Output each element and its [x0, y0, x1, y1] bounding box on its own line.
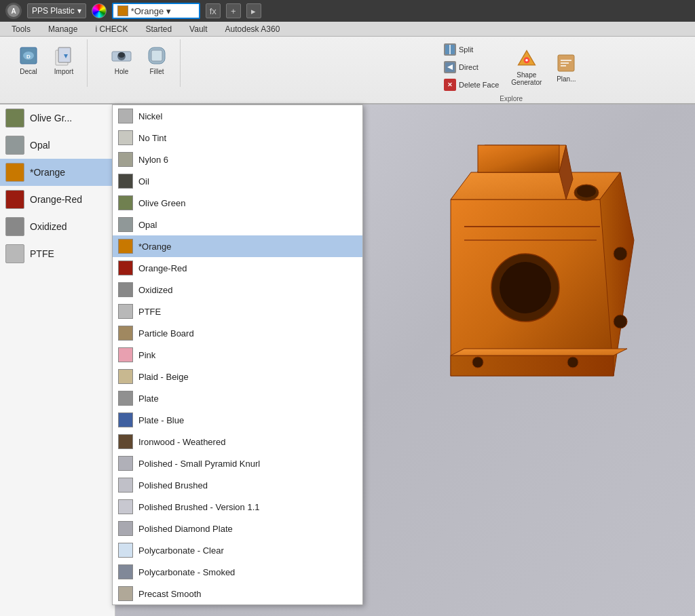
dropdown-swatch-18 — [118, 499, 133, 514]
dropdown-label-17: Polished Brushed — [138, 480, 208, 490]
left-panel-item-0[interactable]: Olive Gr... — [0, 104, 115, 132]
orange-dropdown-area: *Orange ▾ — [112, 3, 200, 19]
dropdown-item-15[interactable]: Ironwood - Weathered — [113, 431, 362, 453]
delete-face-button[interactable]: ✕ Delete Face — [441, 77, 502, 92]
delete-face-label: Delete Face — [459, 81, 499, 89]
dropdown-item-10[interactable]: Particle Board — [113, 322, 362, 344]
tab-icheck[interactable]: i CHECK — [86, 22, 136, 36]
dropdown-item-8[interactable]: Oxidized — [113, 279, 362, 301]
dropdown-item-6[interactable]: *Orange — [113, 235, 362, 257]
dropdown-item-21[interactable]: Polycarbonate - Smoked — [113, 561, 362, 583]
ribbon-tabs: Tools Manage i CHECK Started Vault Autod… — [0, 22, 695, 37]
dropdown-label-19: Polished Diamond Plate — [138, 524, 233, 534]
left-panel-item-5[interactable]: PTFE — [0, 240, 115, 267]
svg-point-34 — [577, 185, 596, 197]
tab-tools[interactable]: Tools — [3, 22, 39, 36]
hole-icon — [111, 45, 132, 66]
left-panel-swatch-3 — [5, 190, 24, 209]
tab-vault[interactable]: Vault — [181, 22, 216, 36]
dropdown-swatch-14 — [118, 412, 133, 427]
left-panel-item-1[interactable]: Opal — [0, 132, 115, 159]
svg-text:A: A — [11, 7, 16, 15]
left-panel-item-3[interactable]: Orange-Red — [0, 186, 115, 213]
direct-icon — [444, 61, 456, 73]
tab-manage[interactable]: Manage — [39, 22, 86, 36]
modify-buttons: Hole Fillet — [107, 42, 172, 78]
dropdown-swatch-20 — [118, 543, 133, 558]
dropdown-swatch-6 — [118, 239, 133, 254]
orange-label: *Orange — [131, 6, 164, 16]
tab-a360[interactable]: Autodesk A360 — [217, 22, 289, 36]
left-panel-swatch-2 — [5, 163, 24, 182]
plan-button[interactable]: Plan... — [551, 50, 581, 85]
dropdown-label-16: Polished - Small Pyramid Knurl — [138, 459, 260, 469]
hole-button[interactable]: Hole — [107, 42, 136, 78]
dropdown-label-3: Oil — [138, 176, 149, 187]
decal-button[interactable]: D Decal — [14, 42, 43, 78]
svg-point-43 — [472, 357, 483, 368]
shape-generator-button[interactable]: ShapeGenerator — [507, 45, 546, 89]
dropdown-item-14[interactable]: Plate - Blue — [113, 409, 362, 431]
dropdown-label-6: *Orange — [138, 242, 171, 252]
dropdown-item-9[interactable]: PTFE — [113, 301, 362, 322]
dropdown-item-20[interactable]: Polycarbonate - Clear — [113, 539, 362, 561]
dropdown-item-16[interactable]: Polished - Small Pyramid Knurl — [113, 453, 362, 474]
left-panel[interactable]: Olive Gr...Opal*OrangeOrange-RedOxidized… — [0, 104, 115, 616]
dropdown-swatch-8 — [118, 282, 133, 297]
left-panel-label-1: Opal — [30, 140, 50, 151]
color-picker-button[interactable] — [92, 3, 107, 18]
dropdown-item-19[interactable]: Polished Diamond Plate — [113, 518, 362, 539]
svg-point-44 — [567, 357, 578, 368]
ribbon: D Decal Import — [0, 37, 695, 104]
split-button[interactable]: Split — [441, 42, 502, 57]
split-icon — [444, 43, 456, 56]
left-panel-label-4: Oxidized — [30, 221, 67, 232]
dropdown-label-18: Polished Brushed - Version 1.1 — [138, 502, 260, 512]
ribbon-group-emboss: D Decal Import — [5, 39, 88, 87]
material-dropdown-arrow: ▾ — [77, 6, 81, 16]
dropdown-item-1[interactable]: No Tint — [113, 127, 362, 149]
dropdown-item-22[interactable]: Precast Smooth — [113, 583, 362, 604]
svg-point-10 — [118, 52, 125, 58]
dropdown-item-12[interactable]: Plaid - Beige — [113, 366, 362, 387]
left-panel-swatch-1 — [5, 136, 24, 155]
dropdown-swatch-21 — [118, 564, 133, 579]
dropdown-item-3[interactable]: Oil — [113, 170, 362, 192]
fillet-button[interactable]: Fillet — [142, 42, 172, 78]
fx-button[interactable]: fx — [206, 3, 221, 18]
dropdown-label-12: Plaid - Beige — [138, 372, 189, 382]
dropdown-swatch-19 — [118, 521, 133, 536]
dropdown-item-0[interactable]: Nickel — [113, 105, 362, 127]
dropdown-swatch-17 — [118, 478, 133, 493]
material-dropdown[interactable]: PPS Plastic ▾ — [27, 3, 86, 18]
tab-started[interactable]: Started — [136, 22, 181, 36]
plan-label: Plan... — [557, 75, 576, 83]
plan-icon — [555, 52, 577, 74]
dropdown-space — [191, 39, 422, 87]
left-panel-swatch-4 — [5, 217, 24, 236]
svg-text:D: D — [26, 54, 31, 60]
dropdown-item-18[interactable]: Polished Brushed - Version 1.1 — [113, 496, 362, 518]
dropdown-item-2[interactable]: Nylon 6 — [113, 149, 362, 170]
more-button[interactable]: ▸ — [246, 3, 261, 18]
dropdown-item-7[interactable]: Orange-Red — [113, 257, 362, 279]
dropdown-swatch-2 — [118, 152, 133, 167]
direct-button[interactable]: Direct — [441, 60, 502, 75]
dropdown-item-13[interactable]: Plate — [113, 387, 362, 409]
orange-dropdown-button[interactable]: *Orange ▾ — [112, 3, 200, 19]
emboss-buttons: D Decal Import — [14, 42, 79, 78]
dropdown-item-17[interactable]: Polished Brushed — [113, 474, 362, 496]
dropdown-item-5[interactable]: Opal — [113, 214, 362, 235]
dropdown-swatch-9 — [118, 304, 133, 319]
ribbon-group-modify: Hole Fillet — [98, 39, 181, 87]
left-panel-item-2[interactable]: *Orange — [0, 159, 115, 186]
3d-model — [410, 118, 681, 457]
left-panel-item-4[interactable]: Oxidized — [0, 213, 115, 240]
dropdown-item-4[interactable]: Olive Green — [113, 192, 362, 214]
dropdown-item-11[interactable]: Pink — [113, 344, 362, 366]
dropdown-swatch-11 — [118, 347, 133, 362]
plus-button[interactable]: + — [226, 3, 241, 18]
import-button[interactable]: Import — [49, 42, 79, 78]
dropdown-swatch-22 — [118, 586, 133, 601]
material-dropdown-list[interactable]: NickelNo TintNylon 6OilOlive GreenOpal*O… — [112, 104, 363, 605]
